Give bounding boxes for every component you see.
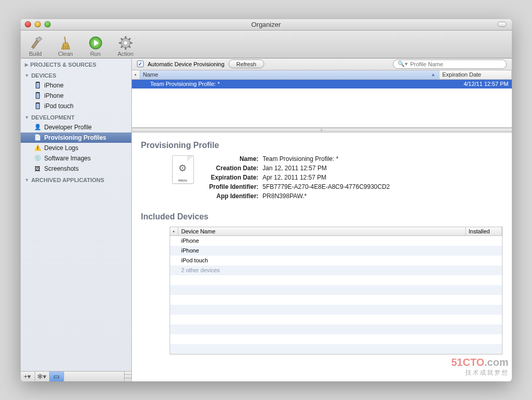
view-toggle-button[interactable]: ▭ (50, 372, 64, 381)
device-row[interactable]: iPhone (170, 246, 502, 256)
window-title: Organizer (21, 21, 512, 28)
play-icon (88, 35, 103, 51)
disclosure-right-icon: ▶ (25, 62, 28, 67)
field-app-id-label: App Identifier: (209, 192, 259, 200)
group-devices[interactable]: ▼DEVICES (21, 69, 131, 80)
devices-col-status[interactable]: • (170, 227, 178, 235)
image-icon: 🖼 (34, 165, 41, 172)
devices-col-installed[interactable]: Installed (466, 227, 502, 235)
detail-heading: Provisioning Profile (141, 141, 503, 150)
field-creation-label: Creation Date: (209, 165, 259, 172)
group-projects[interactable]: ▶PROJECTS & SOURCES (21, 58, 131, 69)
refresh-button[interactable]: Refresh (229, 60, 264, 68)
device-row-more[interactable]: 2 other devices (170, 265, 502, 275)
devices-heading: Included Devices (141, 212, 503, 221)
sidebar-footer: +▾ ✻▾ ▭ (21, 371, 131, 381)
svg-line-13 (121, 46, 123, 48)
svg-line-0 (65, 37, 66, 43)
col-expiration[interactable]: Expiration Date (439, 70, 512, 79)
action-label: Action (118, 51, 134, 57)
top-strip: ✓ Automatic Device Provisioning Refresh … (132, 58, 512, 70)
svg-line-12 (129, 46, 130, 48)
gear-icon: ⚙ (178, 162, 187, 174)
group-archived[interactable]: ▼ARCHIVED APPLICATIONS (21, 174, 131, 185)
resize-handle[interactable] (124, 372, 131, 381)
hammer-icon (28, 35, 43, 51)
profile-row-selected[interactable]: Team Provisioning Profile: * 4/12/11 12:… (132, 80, 512, 88)
devices-col-name[interactable]: Device Name (178, 227, 466, 235)
sidebar-item-device-logs[interactable]: ⚠️Device Logs (21, 143, 131, 153)
field-app-id-value: PR8N398PAW.* (263, 192, 390, 200)
run-label: Run (90, 51, 100, 57)
disclosure-down-icon: ▼ (25, 177, 29, 183)
field-expiration-value: Apr 12, 2011 12:57 PM (263, 174, 390, 181)
sidebar: ▶PROJECTS & SOURCES ▼DEVICES iPhone iPho… (21, 58, 132, 381)
col-status[interactable]: • (132, 70, 140, 79)
titlebar: Organizer (21, 19, 512, 31)
build-button[interactable]: Build (28, 33, 43, 57)
clean-button[interactable]: Clean (58, 33, 73, 57)
profiles-table-body[interactable] (132, 88, 512, 127)
organizer-window: Organizer Build Clean Run Action ▶PROJEC… (21, 19, 512, 381)
phone-icon (34, 82, 41, 89)
person-icon: 👤 (34, 124, 41, 131)
field-name-label: Name: (209, 155, 259, 162)
pane-divider[interactable]: ≡ (132, 128, 512, 132)
search-icon: 🔍▾ (398, 61, 408, 67)
toolbar: Build Clean Run Action (21, 31, 512, 58)
field-expiration-label: Expiration Date: (209, 174, 259, 181)
toolbar-pill-button[interactable] (497, 22, 507, 27)
disclosure-down-icon: ▼ (25, 73, 29, 78)
disclosure-down-icon: ▼ (25, 115, 29, 120)
prov-file-icon: ⚙ PROV (172, 155, 194, 184)
run-button[interactable]: Run (88, 33, 103, 57)
device-row[interactable]: iPhone (170, 236, 502, 246)
sidebar-item-iphone-1[interactable]: iPhone (21, 80, 131, 91)
svg-line-14 (129, 38, 130, 40)
svg-line-11 (121, 38, 123, 40)
profiles-table: • Name▲ Expiration Date Team Provisionin… (132, 70, 512, 128)
gear-icon (118, 35, 133, 51)
sidebar-item-developer-profile[interactable]: 👤Developer Profile (21, 122, 131, 132)
group-development[interactable]: ▼DEVELOPMENT (21, 111, 131, 122)
add-button[interactable]: +▾ (21, 372, 35, 381)
broom-icon (58, 35, 73, 51)
svg-point-6 (124, 41, 127, 45)
sidebar-item-screenshots[interactable]: 🖼Screenshots (21, 164, 131, 174)
disk-icon: 💿 (34, 155, 41, 162)
search-input[interactable] (411, 61, 502, 67)
devices-table-body[interactable]: iPhone iPhone iPod touch 2 other devices (170, 236, 502, 354)
detail-pane: Provisioning Profile ⚙ PROV Name:Team Pr… (132, 132, 512, 381)
phone-icon (34, 92, 41, 99)
sidebar-item-provisioning-profiles[interactable]: 📄Provisioning Profiles (21, 132, 131, 143)
col-name[interactable]: Name▲ (140, 70, 439, 79)
field-profile-id-value: 5FB7779E-A270-4E8E-A8C9-4776C9930CD2 (263, 183, 390, 190)
build-label: Build (29, 51, 41, 57)
field-name-value: Team Provisioning Profile: * (263, 155, 390, 162)
clean-label: Clean (58, 51, 73, 57)
warning-icon: ⚠️ (34, 144, 41, 152)
device-row[interactable]: iPod touch (170, 256, 502, 265)
action-button[interactable]: Action (118, 33, 134, 57)
sidebar-item-ipod[interactable]: iPod touch (21, 101, 131, 111)
search-field[interactable]: 🔍▾ (393, 60, 507, 69)
document-icon: 📄 (34, 134, 41, 141)
profile-fields: Name:Team Provisioning Profile: * Creati… (209, 155, 390, 200)
sidebar-item-software-images[interactable]: 💿Software Images (21, 153, 131, 164)
sort-asc-icon: ▲ (431, 72, 436, 77)
auto-provision-label: Automatic Device Provisioning (148, 61, 225, 67)
devices-table: • Device Name Installed iPhone iPhone iP… (170, 227, 503, 354)
phone-icon (34, 102, 41, 110)
action-menu-button[interactable]: ✻▾ (35, 372, 50, 381)
sidebar-item-iphone-2[interactable]: iPhone (21, 91, 131, 101)
field-creation-value: Jan 12, 2011 12:57 PM (263, 165, 390, 172)
field-profile-id-label: Profile Identifier: (209, 183, 259, 190)
auto-provision-checkbox[interactable]: ✓ (137, 61, 144, 67)
